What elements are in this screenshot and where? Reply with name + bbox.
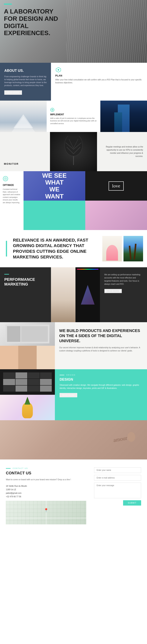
tattoo-image: amour [0,420,147,460]
digital-right-panel: WE BUILD PRODUCTS AND EXPERIENCES ON THE… [55,322,147,369]
digital-universe-section: WE BUILD PRODUCTS AND EXPERIENCES ON THE… [0,322,147,369]
color-blocks-image [0,346,55,369]
about-section: ABOUT US. From empowering challenger bra… [0,63,147,100]
flowers-image [102,236,122,262]
hero-lines-decoration [66,0,147,63]
address-email: pabsl@gmail.com [6,492,86,495]
address-phone: +32 479 66 77 56 [6,495,86,498]
about-read-more-button[interactable]: READ MORE [4,90,22,95]
contact-tag: CONTACT US [6,467,86,469]
optimize-heading: OPTIMIZE [3,184,21,186]
plant-svg [62,136,85,167]
neon-bar-decoration [77,269,98,270]
performance-right-panel: We are setting up performance marketing … [100,267,147,322]
performance-section: PERFORMANCE MARKETING We are setting up … [0,267,147,322]
relevance-images [102,236,143,262]
digital-heading: WE BUILD PRODUCTS AND EXPERIENCES ON THE… [59,328,143,344]
love-text: love [108,182,124,190]
optimize-left-panel: OPTIMIZE Constant technical R&D, refinem… [0,171,24,230]
design-heading: DESIGN [60,378,142,382]
optimize-icon [3,176,21,182]
contact-submit-button[interactable]: SUBMIT [123,500,141,506]
design-section: DESIGN DESIGN Obsessed with creative des… [0,369,147,420]
hero-section: A LABORATORY FOR DESIGN AND DIGITAL EXPE… [0,0,147,63]
digital-images-panel [0,322,55,369]
design-tag: DESIGN [60,374,142,376]
optimize-section: OPTIMIZE Constant technical R&D, refinem… [0,171,147,230]
design-read-more-button[interactable]: READ MORE [60,393,77,397]
contact-form: SUBMIT [94,467,141,524]
hero-title: A LABORATORY FOR DESIGN AND DIGITAL EXPE… [4,8,67,37]
digital-body: Our secret informer improves human & dro… [59,346,143,352]
address-line-1: 18 Vieille Rue du Moulin [6,484,86,488]
svg-point-6 [64,136,82,156]
svg-point-1 [58,69,59,70]
map-pin: 📍 [44,508,48,512]
plan-icon [55,67,62,73]
monitor-plant-image [50,132,97,171]
relevance-accent-bar [6,241,7,256]
plan-heading: PLAN [55,74,143,77]
implement-body: With a ratio of just 8 customers to 1 em… [50,117,97,125]
gradient-block [85,200,147,230]
performance-hand-image [76,267,100,322]
we-see-what-we-want-image: WE SEEWHATWEWANT [24,171,85,200]
contact-intro: Want to come on board with us in your br… [6,478,86,481]
relevance-heading: RELEVANCE IS AN AWARDED, FAST GROWING DI… [13,238,98,260]
about-left-panel: ABOUT US. From empowering challenger bra… [0,63,51,100]
map-roads-svg [6,501,86,524]
monitor-label: MONITOR [4,162,18,165]
workspace-image [0,322,55,346]
performance-left-panel: PERFORMANCE MARKETING [0,267,51,322]
design-right-panel: DESIGN DESIGN Obsessed with creative des… [55,369,147,420]
image-row-1: IMPLEMENT With a ratio of just 8 custome… [0,100,147,132]
plan-body: After your free initial consultation we … [55,78,143,84]
performance-images [51,267,100,322]
contact-message-input[interactable] [94,482,141,498]
contact-heading: CONTACT US [6,471,86,475]
relevance-text-block: RELEVANCE IS AN AWARDED, FAST GROWING DI… [13,238,98,260]
design-body: Obsessed with creative design. We naviga… [60,384,142,390]
contact-email-input[interactable] [94,475,141,481]
performance-heading: PERFORMANCE MARKETING [4,277,47,286]
implement-heading: IMPLEMENT [50,113,97,116]
performance-tag [4,273,47,275]
plan-block: PLAN After your free initial consultatio… [55,67,143,84]
optimize-images-grid: WE SEEWHATWEWANT love [24,171,147,230]
pineapple-image [0,395,55,420]
monitor-section: MONITOR Regular meetings and reviews all… [0,132,147,171]
address-line-2: 1180 Us LE [6,488,86,492]
implement-icon [50,108,54,112]
contact-address: 18 Vieille Rue du Moulin 1180 Us LE pabs… [6,484,86,498]
performance-read-more-button[interactable]: READ MORE [104,289,122,293]
svg-point-15 [5,178,6,179]
palms-image [124,236,143,262]
contact-map: 📍 [6,501,86,524]
building-image [100,100,147,132]
implement-text-panel: IMPLEMENT With a ratio of just 8 custome… [47,100,100,132]
design-images-panel [0,369,55,420]
performance-body: We are setting up performance marketing … [104,273,143,286]
mountain-image [0,100,47,132]
about-right-panel: PLAN After your free initial consultatio… [51,63,147,100]
performance-person-image [51,267,76,322]
contact-section: CONTACT US CONTACT US Want to come on bo… [0,460,147,532]
we-see-text: WE SEEWHATWEWANT [42,172,66,200]
tattoo-section: amour [0,420,147,460]
about-body: From empowering challenger brands to thi… [4,75,47,87]
contact-left-panel: CONTACT US CONTACT US Want to come on bo… [6,467,86,524]
contact-name-input[interactable] [94,467,141,473]
optimize-body: Constant technical R&D, refinement of ap… [3,188,21,204]
grid-pattern-image [0,369,55,395]
relevance-section: RELEVANCE IS AN AWARDED, FAST GROWING DI… [0,230,147,267]
teal-block [24,200,85,230]
monitor-text: Regular meetings and reviews allow us th… [104,145,143,158]
about-heading: ABOUT US. [4,69,47,73]
love-image: love [85,171,147,200]
hero-accent-bar [4,4,12,5]
